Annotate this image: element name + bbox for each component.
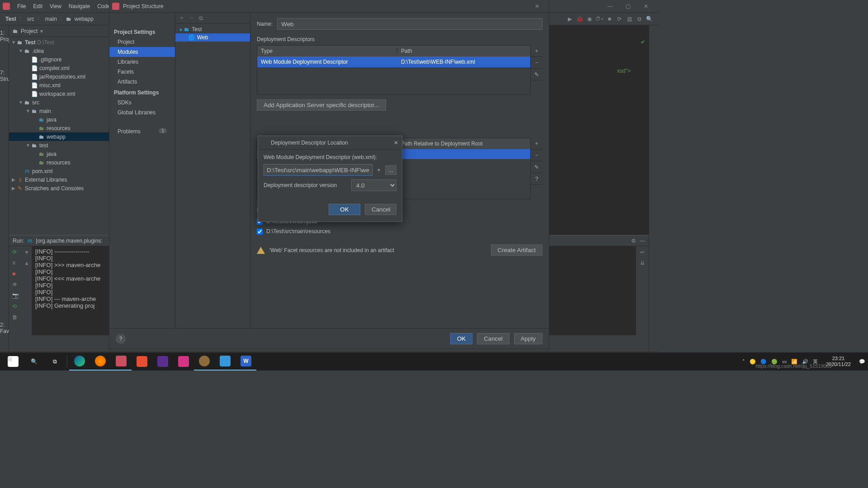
tool-project[interactable]: 1: Project — [0, 30, 9, 42]
cat-global-libraries[interactable]: Global Libraries — [109, 108, 175, 117]
remove-icon[interactable]: － — [189, 14, 194, 22]
add-webres-icon[interactable]: ＋ — [531, 138, 542, 150]
tree-test-resources[interactable]: resources — [47, 160, 71, 166]
tree-idea[interactable]: .idea — [32, 48, 44, 54]
soft-wrap-icon[interactable]: ↩ — [640, 249, 645, 255]
close-icon[interactable]: ✕ — [637, 3, 655, 9]
menu-view[interactable]: View — [46, 3, 65, 9]
taskbar-vs[interactable] — [152, 352, 173, 371]
tree-ext-lib[interactable]: External Libraries — [25, 177, 67, 183]
edit-webres-icon[interactable]: ✎ — [531, 161, 542, 173]
help-icon[interactable]: ? — [116, 334, 126, 344]
inner-cancel-button[interactable]: Cancel — [365, 204, 396, 215]
browse-button[interactable]: ... — [385, 165, 396, 175]
deploy-icon[interactable]: ▥ — [624, 16, 634, 22]
descriptor-path-input[interactable] — [264, 164, 373, 176]
cat-libraries[interactable]: Libraries — [109, 57, 175, 67]
update-icon[interactable]: ⟳ — [614, 16, 624, 22]
breadcrumb-src[interactable]: src — [25, 16, 36, 22]
tree-pom[interactable]: pom.xml — [32, 168, 52, 174]
search-icon[interactable]: 🔍 — [644, 16, 654, 22]
breadcrumb-main[interactable]: main — [43, 16, 59, 22]
cat-artifacts[interactable]: Artifacts — [109, 77, 175, 87]
copy-icon[interactable]: ⧉ — [199, 15, 203, 21]
camera-icon[interactable]: 📷 — [12, 292, 19, 299]
inner-close-icon[interactable]: ✕ — [394, 140, 398, 146]
cat-modules[interactable]: Modules — [109, 47, 175, 57]
help-webres-icon[interactable]: ? — [531, 173, 542, 185]
edit-descriptor-icon[interactable]: ✎ — [531, 69, 542, 80]
stop-icon[interactable]: ■ — [12, 271, 19, 277]
collapse-icon[interactable]: ▾ — [25, 249, 28, 255]
dialog-close-icon[interactable]: ✕ — [528, 3, 546, 9]
create-artifact-button[interactable]: Create Artifact — [491, 244, 542, 256]
trash-icon[interactable]: 🗑 — [12, 314, 19, 320]
tree-resources[interactable]: resources — [47, 125, 71, 131]
taskbar-app[interactable] — [132, 352, 152, 371]
dialog-ok-button[interactable]: OK — [450, 333, 472, 344]
stop-icon[interactable]: ■ — [604, 16, 614, 22]
maximize-icon[interactable]: ▢ — [619, 3, 637, 9]
tree-test-java[interactable]: java — [47, 151, 57, 157]
tree-webapp[interactable]: webapp — [47, 134, 66, 140]
structure-icon[interactable]: ⧉ — [634, 16, 644, 22]
taskbar-edge[interactable] — [69, 352, 90, 371]
cat-sdks[interactable]: SDKs — [109, 98, 175, 108]
watch-icon[interactable]: 👁 — [12, 282, 19, 288]
minimize-icon[interactable]: — — [601, 3, 619, 9]
tree-file[interactable]: compiler.xml — [39, 65, 70, 71]
menu-file[interactable]: File — [14, 3, 29, 9]
gear-icon[interactable]: ⚙ — [631, 238, 636, 244]
debug-icon[interactable]: 🐞 — [575, 16, 585, 22]
add-server-descriptor-button[interactable]: Add Application Server specific descript… — [257, 99, 386, 111]
notifications-icon[interactable]: 💬 — [859, 359, 865, 365]
table-row[interactable]: Web Module Deployment Descriptor D:\Test… — [257, 56, 530, 67]
dialog-apply-button[interactable]: Apply — [514, 333, 542, 344]
tree-scratches[interactable]: Scratches and Consoles — [25, 185, 84, 192]
tree-main[interactable]: main — [39, 108, 51, 114]
module-test[interactable]: ▸ 🖿Test — [175, 25, 250, 33]
remove-descriptor-icon[interactable]: － — [531, 57, 542, 69]
dialog-cancel-button[interactable]: Cancel — [477, 333, 509, 344]
filter-icon[interactable]: ≡ — [12, 260, 19, 266]
menu-navigate[interactable]: Navigate — [65, 3, 94, 9]
chevron-down-icon[interactable]: ▾ — [376, 167, 382, 173]
expand-icon[interactable]: ▴ — [25, 260, 28, 266]
search-button[interactable]: 🔍 — [24, 352, 44, 371]
breadcrumb-project[interactable]: Test — [4, 16, 18, 22]
tree-test[interactable]: test — [39, 142, 48, 149]
add-descriptor-icon[interactable]: ＋ — [531, 45, 542, 57]
scroll-icon[interactable]: ⇊ — [640, 260, 645, 266]
taskbar-app3[interactable] — [194, 352, 215, 371]
rerun-icon[interactable]: ⟳ — [12, 249, 19, 255]
task-view-button[interactable]: ⧉ — [44, 352, 65, 371]
minimize-icon[interactable]: — — [640, 238, 645, 244]
tray-icon[interactable]: 🟡 — [750, 359, 756, 365]
taskbar-app4[interactable] — [215, 352, 236, 371]
chevron-down-icon[interactable]: ▾ — [40, 28, 43, 34]
cat-facets[interactable]: Facets — [109, 67, 175, 77]
tray-chevron-icon[interactable]: ˄ — [742, 359, 745, 365]
tree-file[interactable]: jarRepositories.xml — [39, 74, 85, 80]
tree-file[interactable]: misc.xml — [39, 82, 61, 89]
menu-edit[interactable]: Edit — [29, 3, 46, 9]
run-icon[interactable]: ▶ — [565, 16, 575, 22]
tool-structure[interactable]: 7: Structure — [0, 70, 9, 82]
source-root-checkbox[interactable] — [257, 229, 263, 235]
remove-webres-icon[interactable]: － — [531, 150, 542, 161]
source-root-row[interactable]: D:\Test\src\main\resources — [257, 226, 542, 236]
breadcrumb-leaf[interactable]: webapp — [73, 16, 95, 22]
project-tree[interactable]: ▼🖿Test D:\Test ▼🖿.idea 📄.gitignore 📄comp… — [9, 37, 109, 235]
facet-web[interactable]: 🌐Web — [175, 33, 250, 42]
taskbar-firefox[interactable] — [90, 352, 111, 371]
facet-name-input[interactable] — [277, 18, 542, 30]
deployment-descriptors-table[interactable]: Type Path Web Module Deployment Descript… — [257, 45, 531, 95]
taskbar-app2[interactable] — [173, 352, 194, 371]
taskbar-wps[interactable]: W — [236, 352, 256, 371]
cat-problems[interactable]: Problems1 — [109, 127, 175, 136]
tree-root[interactable]: Test — [25, 39, 36, 46]
tree-src[interactable]: src — [32, 99, 39, 106]
tree-file[interactable]: .gitignore — [39, 56, 61, 63]
cat-project[interactable]: Project — [109, 37, 175, 47]
sync-icon[interactable]: ⟲ — [12, 303, 19, 310]
